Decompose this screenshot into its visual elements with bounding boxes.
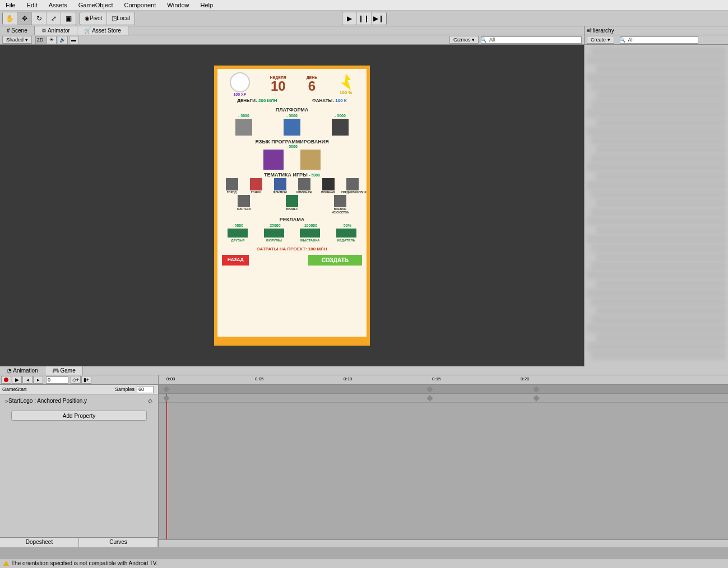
status-bar: The orientation specified is not compati… bbox=[0, 558, 728, 568]
tick: 0:15 bbox=[432, 376, 441, 381]
create-button[interactable]: СОЗДАТЬ bbox=[308, 255, 362, 266]
samples-label: Samples bbox=[115, 387, 135, 392]
game-ui-card: 100 XP НЕДЕЛЯ 10 ДЕНЬ 6 100 % bbox=[214, 66, 370, 346]
curves-tab[interactable]: Curves bbox=[79, 538, 158, 547]
tab-scene[interactable]: # Scene bbox=[0, 26, 35, 35]
theme-item[interactable]: ФЭНТЕЗИ bbox=[269, 178, 291, 194]
samples-field[interactable] bbox=[137, 386, 154, 393]
clip-dropdown[interactable]: GameStart bbox=[2, 387, 27, 392]
platform-cost-1: - 5000 bbox=[284, 114, 300, 118]
main-toolbar: ✋ ✥ ↻ ⤢ ▣ ◉ Pivot ◳ Local ▶ ❙❙ ▶❙ bbox=[0, 11, 728, 26]
timeline[interactable]: 0:00 0:05 0:10 0:15 0:20 bbox=[159, 375, 728, 547]
pivot-toggle[interactable]: ◉ Pivot bbox=[80, 12, 107, 25]
shading-dropdown[interactable]: Shaded ▾ bbox=[2, 36, 32, 44]
menu-file[interactable]: File bbox=[0, 0, 21, 10]
platform-mobile-icon[interactable] bbox=[284, 119, 300, 136]
scene-search[interactable] bbox=[481, 36, 582, 44]
timeline-ruler[interactable]: 0:00 0:05 0:10 0:15 0:20 bbox=[159, 375, 728, 385]
timeline-scrollbar[interactable] bbox=[159, 539, 728, 547]
menu-assets[interactable]: Assets bbox=[43, 0, 73, 10]
move-tool[interactable]: ✥ bbox=[17, 12, 32, 25]
scene-toolbar: Shaded ▾ 2D ☀ 🔊 ▬ Gizmos ▾ 🔍 bbox=[0, 35, 584, 45]
theme-item[interactable]: ГОРОД bbox=[221, 178, 243, 194]
platform-cost-2: - 5000 bbox=[332, 114, 349, 118]
play-anim-button[interactable]: ▶ bbox=[12, 376, 22, 384]
lang-cost: - 5000 bbox=[220, 145, 364, 148]
hierarchy-search[interactable] bbox=[620, 36, 698, 44]
keyframe-icon[interactable] bbox=[426, 395, 433, 401]
pause-button[interactable]: ❙❙ bbox=[357, 12, 372, 25]
theme-item[interactable]: БИЗНЕС bbox=[281, 195, 303, 214]
rect-tool[interactable]: ▣ bbox=[61, 12, 76, 25]
fans-value: 100 К bbox=[335, 98, 346, 103]
playhead[interactable] bbox=[166, 385, 167, 539]
hierarchy-create-dropdown[interactable]: Create ▾ bbox=[587, 36, 614, 44]
tick: 0:10 bbox=[344, 376, 353, 381]
menu-gameobject[interactable]: GameObject bbox=[73, 0, 119, 10]
theme-item[interactable]: ШПИОНАЖ bbox=[293, 178, 316, 194]
fx-toggle[interactable]: ▬ bbox=[69, 36, 79, 44]
ad-item[interactable]: -100000ВЫСТАВКА bbox=[300, 224, 320, 242]
tab-animator[interactable]: ⚙ Animator bbox=[35, 26, 77, 35]
tick: 0:00 bbox=[166, 376, 175, 381]
play-button[interactable]: ▶ bbox=[342, 12, 357, 25]
keyframe-icon[interactable] bbox=[426, 386, 433, 392]
keyframe-icon[interactable] bbox=[533, 386, 539, 392]
tick: 0:05 bbox=[255, 376, 264, 381]
menu-help[interactable]: Help bbox=[194, 0, 219, 10]
platform-console-icon[interactable] bbox=[332, 119, 349, 136]
menu-window[interactable]: Window bbox=[161, 0, 194, 10]
theme-item[interactable]: СРЕДНЕВЕКОВЬЕ bbox=[341, 178, 364, 194]
keyframe-icon[interactable] bbox=[533, 395, 539, 401]
tick: 0:20 bbox=[521, 376, 530, 381]
lang-js-icon[interactable] bbox=[300, 150, 321, 170]
2d-toggle[interactable]: 2D bbox=[35, 36, 45, 44]
add-key-button[interactable]: ◇+ bbox=[71, 376, 81, 384]
timeline-summary-row bbox=[159, 385, 728, 394]
ad-item[interactable]: - 5000ДРУЗЬЯ bbox=[228, 224, 248, 242]
menu-component[interactable]: Component bbox=[118, 0, 161, 10]
keyframe-icon[interactable] bbox=[163, 386, 169, 392]
energy-icon bbox=[337, 73, 354, 90]
tab-assetstore[interactable]: 🛒 Asset Store bbox=[77, 26, 128, 35]
step-button[interactable]: ▶❙ bbox=[372, 12, 386, 25]
next-key-button[interactable]: ▸ bbox=[33, 376, 43, 384]
keyframe-icon[interactable] bbox=[163, 395, 169, 401]
prev-key-button[interactable]: ◂ bbox=[22, 376, 33, 384]
hierarchy-list[interactable] bbox=[585, 45, 728, 366]
lang-csharp-icon[interactable] bbox=[263, 150, 284, 170]
local-toggle[interactable]: ◳ Local bbox=[107, 12, 135, 25]
record-button[interactable] bbox=[1, 376, 11, 384]
lang-title: ЯЗЫК ПРОГРАММИРОВАНИЯ bbox=[220, 139, 364, 145]
warning-icon bbox=[3, 561, 9, 566]
money-label: ДЕНЬГИ: bbox=[237, 98, 257, 103]
back-button[interactable]: НАЗАД bbox=[222, 255, 249, 266]
menu-edit[interactable]: Edit bbox=[21, 0, 43, 10]
audio-toggle[interactable]: 🔊 bbox=[58, 36, 68, 44]
light-toggle[interactable]: ☀ bbox=[47, 36, 57, 44]
scale-tool[interactable]: ⤢ bbox=[47, 12, 61, 25]
add-property-button[interactable]: Add Property bbox=[11, 411, 147, 421]
money-value: 200 МЛН bbox=[258, 98, 277, 103]
add-event-button[interactable]: ▮+ bbox=[81, 376, 91, 384]
theme-item[interactable]: БОЕВЫЕ ИСКУССТВА bbox=[329, 195, 351, 214]
ad-item[interactable]: - 50%ИЗДАТЕЛЬ bbox=[336, 224, 356, 242]
dopesheet-tab[interactable]: Dopesheet bbox=[0, 538, 79, 547]
menu-bar: File Edit Assets GameObject Component Wi… bbox=[0, 0, 728, 11]
rotate-tool[interactable]: ↻ bbox=[32, 12, 47, 25]
gizmos-dropdown[interactable]: Gizmos ▾ bbox=[449, 36, 479, 44]
tab-game[interactable]: 🎮 Game bbox=[45, 366, 83, 375]
tab-animation[interactable]: ◔ Animation bbox=[0, 366, 45, 375]
theme-item[interactable]: ВОЕННАЯ bbox=[317, 178, 340, 194]
theme-item[interactable]: ФЭНТЕЗИ bbox=[233, 195, 255, 214]
theme-item[interactable]: ГОНКИ bbox=[245, 178, 267, 194]
theme-cost: - 5000 bbox=[309, 173, 320, 177]
frame-field[interactable] bbox=[46, 376, 68, 384]
scene-panel: # Scene ⚙ Animator 🛒 Asset Store Shaded … bbox=[0, 26, 584, 366]
scene-viewport[interactable]: 100 XP НЕДЕЛЯ 10 ДЕНЬ 6 100 % bbox=[0, 45, 584, 366]
hand-tool[interactable]: ✋ bbox=[3, 12, 17, 25]
platform-pc-icon[interactable] bbox=[235, 119, 252, 136]
ad-item[interactable]: - 25000ФОРУМЫ bbox=[264, 224, 284, 242]
animated-property[interactable]: ▹ StartLogo : Anchored Position.y◇ bbox=[0, 394, 158, 407]
platform-cost-0: - 5000 bbox=[235, 114, 252, 118]
